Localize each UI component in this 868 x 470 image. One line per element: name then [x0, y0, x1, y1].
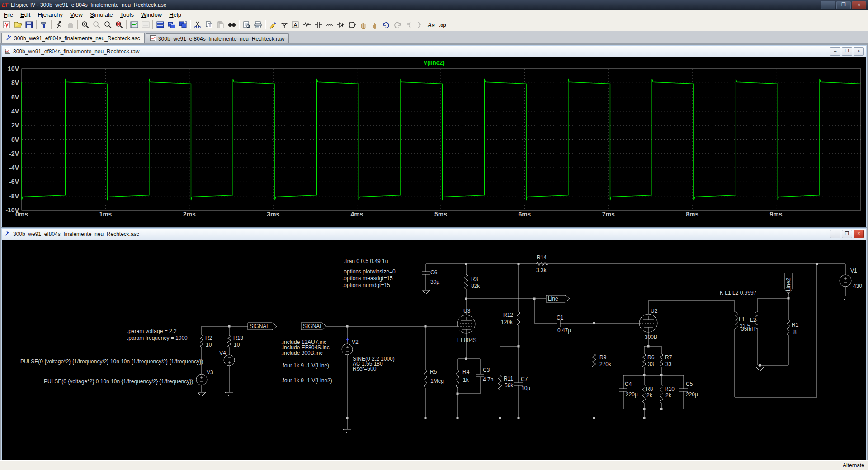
toolbar-separator — [51, 20, 52, 29]
toolbar-cut-icon[interactable] — [192, 20, 203, 30]
schematic-text: .options measdgt=15 — [342, 275, 393, 282]
schematic-text: C5 — [686, 381, 693, 387]
toolbar-plot-settings-icon[interactable] — [140, 20, 151, 30]
waveform-window-titlebar[interactable]: 300b_we91_ef804s_finalemente_neu_Rechtec… — [2, 46, 866, 57]
y-axis-label: 8V — [11, 79, 19, 86]
toolbar-cascade-icon[interactable] — [177, 20, 189, 30]
tab-bar: 300b_we91_ef804s_finalemente_neu_Rechtec… — [0, 31, 868, 43]
waveform-minimize-button[interactable]: – — [830, 47, 840, 56]
net-flag-label: Line2 — [785, 277, 792, 291]
schematic-text: .include 300B.inc — [281, 350, 322, 356]
menu-tools[interactable]: Tools — [117, 11, 137, 19]
schematic-text: .options plotwinsize=0 — [342, 268, 396, 275]
toolbar-find-icon[interactable] — [226, 20, 237, 30]
toolbar-undo-icon[interactable] — [380, 20, 392, 30]
app-maximize-button[interactable]: ❒ — [836, 1, 851, 9]
toolbar-spice-directive-icon[interactable]: .op — [437, 20, 448, 30]
waveform-plot-area[interactable]: 10V8V6V4V2V0V-2V-4V-6V-8V-10V0ms1ms2ms3m… — [2, 57, 866, 228]
menu-window[interactable]: Window — [137, 11, 165, 19]
app-minimize-button[interactable]: – — [821, 1, 835, 9]
toolbar-separator — [126, 20, 127, 29]
tab-asc[interactable]: 300b_we91_ef804s_finalemente_neu_Rechtec… — [1, 33, 145, 43]
x-axis-label: 7ms — [602, 211, 615, 218]
toolbar-autorange-y-icon[interactable] — [128, 20, 140, 30]
schematic-minimize-button[interactable]: – — [830, 230, 840, 238]
toolbar-ground-icon[interactable] — [278, 20, 290, 30]
toolbar-inductor-icon[interactable] — [324, 20, 335, 30]
toolbar-zoom-area-icon[interactable] — [80, 20, 91, 30]
menu-edit[interactable]: Edit — [17, 11, 34, 19]
toolbar-edit-sim-cmd-icon[interactable] — [403, 20, 414, 30]
toolbar-tile-vertical-icon[interactable] — [166, 20, 177, 30]
menu-view[interactable]: View — [66, 11, 86, 19]
trace-legend[interactable]: V(line2) — [424, 59, 445, 66]
schematic-text: 30µ — [430, 279, 439, 285]
status-mode: Alternate — [843, 462, 868, 469]
toolbar-paste-icon[interactable] — [215, 20, 226, 30]
schematic-text: 56k — [505, 382, 514, 389]
schematic-text: R12 — [503, 312, 513, 318]
schematic-canvas[interactable]: SIGNALSIGNALLineLine2.tran 0 0.5 0.49 1u… — [2, 240, 864, 458]
schematic-text: 120k — [501, 319, 513, 325]
waveform-plot[interactable]: 10V8V6V4V2V0V-2V-4V-6V-8V-10V0ms1ms2ms3m… — [2, 57, 864, 226]
toolbar-redo-icon[interactable] — [392, 20, 403, 30]
toolbar-drag-hand-icon[interactable] — [369, 20, 380, 30]
toolbar-resistor-icon[interactable] — [301, 20, 312, 30]
toolbar-new-schematic-icon[interactable] — [1, 20, 12, 30]
schematic-text: .four 1k 9 -1 V(Line) — [281, 362, 329, 369]
toolbar-tile-horizontal-icon[interactable] — [155, 20, 166, 30]
menu-hierarchy[interactable]: Hierarchy — [34, 11, 66, 19]
app-close-button[interactable]: × — [852, 1, 866, 9]
waveform-close-button[interactable]: × — [854, 47, 864, 56]
toolbar-move-hand-icon[interactable] — [358, 20, 369, 30]
toolbar-zoom-extents-icon[interactable] — [113, 20, 125, 30]
schematic-text: R10 — [665, 386, 675, 392]
y-axis-label: -4V — [9, 164, 19, 171]
schematic-close-button[interactable]: × — [854, 230, 864, 238]
toolbar-separator — [77, 20, 78, 29]
svg-text:.op: .op — [439, 23, 446, 28]
menu-help[interactable]: Help — [165, 11, 185, 19]
schematic-text: U2 — [651, 308, 658, 314]
toolbar-halt-hand-icon[interactable] — [65, 20, 76, 30]
menu-simulate[interactable]: Simulate — [86, 11, 117, 19]
schematic-window: 300b_we91_ef804s_finalemente_neu_Rechtec… — [1, 228, 867, 461]
toolbar-run-icon[interactable] — [53, 20, 65, 30]
toolbar-component-icon[interactable] — [346, 20, 358, 30]
schematic-window-titlebar[interactable]: 300b_we91_ef804s_finalemente_neu_Rechtec… — [2, 229, 866, 240]
toolbar-wire-pencil-icon[interactable] — [267, 20, 278, 30]
svg-text:A: A — [293, 22, 297, 28]
toolbar-copy-icon[interactable] — [203, 20, 215, 30]
schematic-canvas-area[interactable]: SIGNALSIGNALLineLine2.tran 0 0.5 0.49 1u… — [2, 240, 866, 460]
menu-file[interactable]: File — [0, 11, 17, 19]
svg-text:Aa: Aa — [427, 22, 435, 28]
toolbar-zoom-back-icon[interactable] — [91, 20, 102, 30]
toolbar-print-preview-icon[interactable] — [241, 20, 252, 30]
toolbar-capacitor-icon[interactable] — [312, 20, 324, 30]
toolbar-print-icon[interactable] — [252, 20, 264, 30]
tab-raw[interactable]: 300b_we91_ef804s_finalemente_neu_Rechtec… — [146, 33, 289, 43]
toolbar-diode-icon[interactable] — [335, 20, 346, 30]
net-flag-label: SIGNAL — [303, 323, 323, 329]
schematic-text: 220µ — [626, 391, 638, 398]
toolbar-open-folder-icon[interactable] — [12, 20, 24, 30]
menu-bar: FileEditHierarchyViewSimulateToolsWindow… — [0, 10, 868, 19]
schematic-text: EF804S — [457, 337, 476, 343]
toolbar-edit-sim-cmd2-icon[interactable] — [414, 20, 425, 30]
schematic-text: 35mH — [741, 326, 755, 332]
toolbar-zoom-out-icon[interactable] — [102, 20, 113, 30]
schematic-text: R14 — [537, 254, 547, 261]
schematic-text: 4.7n — [483, 376, 493, 383]
x-axis-label: 5ms — [434, 211, 447, 218]
schematic-text: 3.3k — [536, 267, 547, 273]
schematic-text: 10µ — [521, 385, 530, 391]
schematic-text: R9 — [599, 354, 607, 361]
toolbar-text-icon[interactable]: Aa — [425, 20, 437, 30]
toolbar-control-panel-hammer-icon[interactable] — [38, 20, 50, 30]
toolbar-net-label-icon[interactable]: A — [290, 20, 301, 30]
waveform-maximize-button[interactable]: ❒ — [842, 47, 852, 56]
schematic-maximize-button[interactable]: ❒ — [842, 230, 852, 238]
toolbar-save-icon[interactable] — [24, 20, 35, 30]
schematic-file-icon — [5, 230, 10, 238]
schematic-text: V3 — [207, 369, 213, 376]
